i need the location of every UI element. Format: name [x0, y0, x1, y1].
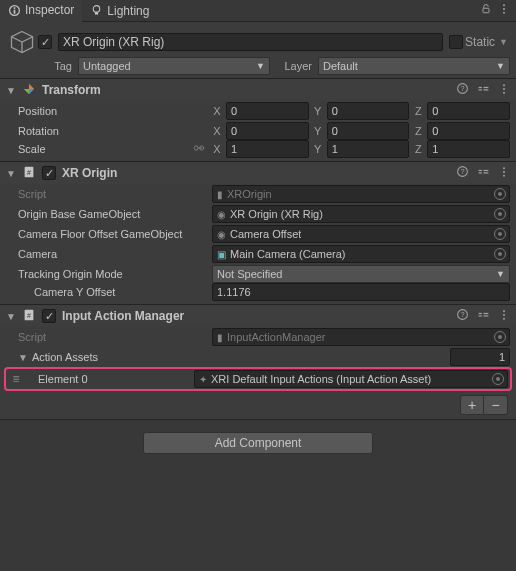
- origin-base-label: Origin Base GameObject: [18, 208, 212, 220]
- script-icon: #: [22, 165, 36, 182]
- camera-y-offset-label: Camera Y Offset: [18, 286, 212, 298]
- position-label: Position: [18, 105, 212, 117]
- help-icon[interactable]: ?: [456, 82, 469, 98]
- svg-point-6: [503, 4, 505, 6]
- camera-field[interactable]: ▣Main Camera (Camera): [212, 245, 510, 263]
- script-field: ▮XROrigin: [212, 185, 510, 203]
- rotation-z-field[interactable]: 0: [427, 122, 510, 140]
- tab-lighting[interactable]: Lighting: [82, 0, 157, 21]
- component-menu-icon[interactable]: [498, 83, 510, 98]
- object-picker-icon[interactable]: [494, 208, 506, 220]
- lock-icon[interactable]: [480, 3, 492, 18]
- script-label: Script: [18, 331, 212, 343]
- lightbulb-icon: [90, 4, 103, 17]
- position-y-field[interactable]: 0: [327, 102, 410, 120]
- presets-icon[interactable]: [477, 82, 490, 98]
- svg-text:?: ?: [460, 310, 464, 319]
- rotation-x-field[interactable]: 0: [226, 122, 309, 140]
- script-mini-icon: ▮: [217, 189, 223, 200]
- position-z-field[interactable]: 0: [427, 102, 510, 120]
- iam-foldout[interactable]: ▼: [6, 311, 16, 322]
- element0-label: Element 0: [24, 373, 194, 385]
- rotation-y-field[interactable]: 0: [327, 122, 410, 140]
- component-menu-icon[interactable]: [498, 309, 510, 324]
- svg-point-37: [503, 310, 505, 312]
- asset-mini-icon: ✦: [199, 374, 207, 385]
- constrain-proportions-icon[interactable]: [194, 142, 212, 156]
- scale-x-field[interactable]: 1: [226, 140, 309, 158]
- transform-foldout[interactable]: ▼: [6, 85, 16, 96]
- svg-text:#: #: [27, 168, 31, 175]
- static-dropdown-arrow[interactable]: ▼: [497, 37, 510, 47]
- layer-dropdown[interactable]: Default ▼: [318, 57, 510, 75]
- add-component-button[interactable]: Add Component: [143, 432, 373, 454]
- object-picker-icon: [494, 331, 506, 343]
- help-icon[interactable]: ?: [456, 165, 469, 181]
- transform-icon: [22, 82, 36, 99]
- presets-icon[interactable]: [477, 308, 490, 324]
- camera-y-offset-field[interactable]: 1.1176: [212, 283, 510, 301]
- svg-point-16: [503, 88, 505, 90]
- tag-label: Tag: [42, 60, 72, 72]
- list-size-field[interactable]: 1: [450, 348, 510, 366]
- action-assets-label: ▼Action Assets: [18, 351, 212, 363]
- position-x-field[interactable]: 0: [226, 102, 309, 120]
- svg-point-17: [503, 91, 505, 93]
- iam-title: Input Action Manager: [62, 309, 450, 323]
- camera-mini-icon: ▣: [217, 249, 226, 260]
- xrorigin-foldout[interactable]: ▼: [6, 168, 16, 179]
- svg-point-15: [503, 84, 505, 86]
- tag-dropdown[interactable]: Untagged ▼: [78, 57, 270, 75]
- tracking-mode-label: Tracking Origin Mode: [18, 268, 212, 280]
- chevron-down-icon: ▼: [496, 61, 505, 71]
- camera-floor-field[interactable]: ◉Camera Offset: [212, 225, 510, 243]
- tab-inspector[interactable]: Inspector: [0, 0, 82, 22]
- gameobject-icon[interactable]: [6, 26, 38, 58]
- svg-rect-34: [479, 315, 482, 316]
- script-mini-icon: ▮: [217, 332, 223, 343]
- tab-inspector-label: Inspector: [25, 3, 74, 17]
- xrorigin-enabled-checkbox[interactable]: [42, 166, 56, 180]
- chevron-down-icon: ▼: [496, 269, 505, 279]
- object-picker-icon[interactable]: [494, 228, 506, 240]
- iam-enabled-checkbox[interactable]: [42, 309, 56, 323]
- element0-field[interactable]: ✦XRI Default Input Actions (Input Action…: [194, 370, 508, 388]
- list-remove-button[interactable]: −: [484, 395, 508, 415]
- scale-label: Scale: [18, 142, 212, 156]
- help-icon[interactable]: ?: [456, 308, 469, 324]
- svg-point-38: [503, 314, 505, 316]
- gameobject-name-field[interactable]: XR Origin (XR Rig): [58, 33, 443, 51]
- svg-rect-11: [479, 87, 482, 88]
- component-menu-icon[interactable]: [498, 166, 510, 181]
- svg-text:?: ?: [460, 167, 464, 176]
- svg-rect-1: [14, 7, 16, 9]
- object-picker-icon[interactable]: [494, 248, 506, 260]
- script-field: ▮InputActionManager: [212, 328, 510, 346]
- scale-z-field[interactable]: 1: [427, 140, 510, 158]
- static-checkbox[interactable]: [449, 35, 463, 49]
- svg-point-27: [503, 171, 505, 173]
- camera-floor-label: Camera Floor Offset GameObject: [18, 228, 212, 240]
- svg-rect-35: [484, 313, 489, 314]
- svg-rect-25: [484, 172, 489, 173]
- list-add-button[interactable]: +: [460, 395, 484, 415]
- action-assets-foldout[interactable]: ▼: [18, 352, 28, 363]
- tab-lighting-label: Lighting: [107, 4, 149, 18]
- svg-point-39: [503, 317, 505, 319]
- scale-y-field[interactable]: 1: [327, 140, 410, 158]
- svg-point-26: [503, 167, 505, 169]
- presets-icon[interactable]: [477, 165, 490, 181]
- object-picker-icon[interactable]: [492, 373, 504, 385]
- svg-rect-23: [479, 172, 482, 173]
- kebab-menu-icon[interactable]: [498, 3, 510, 18]
- svg-point-28: [503, 174, 505, 176]
- origin-base-field[interactable]: ◉XR Origin (XR Rig): [212, 205, 510, 223]
- layer-label: Layer: [276, 60, 312, 72]
- script-icon: #: [22, 308, 36, 325]
- script-label: Script: [18, 188, 212, 200]
- svg-rect-12: [479, 89, 482, 90]
- tracking-mode-dropdown[interactable]: Not Specified▼: [212, 265, 510, 283]
- gameobject-active-checkbox[interactable]: [38, 35, 52, 49]
- drag-handle-icon[interactable]: ≡: [8, 372, 24, 386]
- svg-point-8: [503, 12, 505, 14]
